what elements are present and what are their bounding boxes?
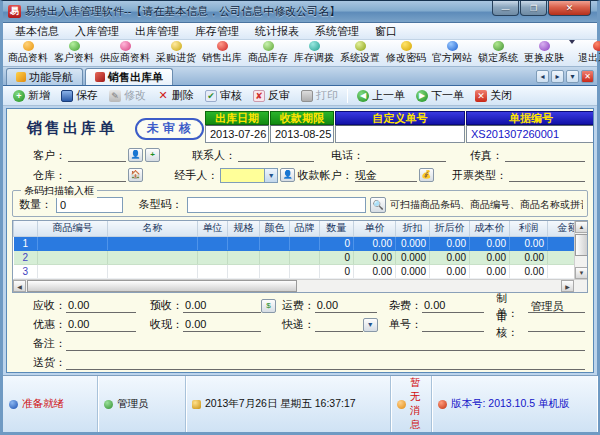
toolbar-change-password[interactable]: 修改密码 [383,40,429,66]
tab-scroll-right-icon[interactable] [551,70,564,83]
due-date-input[interactable]: 2013-08-25 [270,125,334,143]
customer-lookup-icon[interactable]: 👤 [128,148,143,162]
handler-select[interactable] [220,168,278,183]
audit-button[interactable]: 审核 [200,87,247,104]
invoice-type-input[interactable] [509,168,585,182]
delivery-input[interactable] [66,356,585,370]
warehouse-lookup-icon[interactable]: 🏠 [128,168,143,182]
out-date-input[interactable]: 2013-07-26 [205,125,269,143]
freight-field: 运费： 0.00 [282,298,389,313]
table-row[interactable]: 1 0 0.00 0.000 0.00 0.00 0.00 [14,236,588,250]
vertical-scrollbar[interactable] [574,221,587,279]
toolbar-official-site[interactable]: 官方网站 [429,40,475,66]
toolbar-change-skin[interactable]: 更换皮肤 [521,40,567,66]
tab-scroll-left-icon[interactable] [536,70,549,83]
menu-system[interactable]: 系统管理 [307,23,367,40]
menu-basic-info[interactable]: 基本信息 [7,23,67,40]
account-input[interactable]: 现金 [355,168,417,182]
toolbar-supplier-data[interactable]: 供应商资料 [97,40,153,66]
receivable-field: 应收： 0.00 [33,298,150,313]
tab-list-icon[interactable] [566,70,579,83]
toolbar-exit-system[interactable]: 退出系统 [575,40,600,66]
lock-icon [493,41,504,51]
phone-input[interactable] [366,148,446,162]
toolbar-customer-data[interactable]: 客户资料 [51,40,97,66]
customer-icon [69,41,80,51]
custom-no-input[interactable] [335,125,465,143]
delete-button[interactable]: 删除 [152,87,199,104]
edit-button[interactable]: 修改 [104,87,151,104]
menu-outbound[interactable]: 出库管理 [127,23,187,40]
tab-close-icon[interactable] [581,70,594,83]
scroll-left-icon[interactable] [13,280,26,292]
status-version: 版本号: 2013.10.5 单机版 [432,376,597,432]
calendar-icon [192,400,201,409]
fax-input[interactable] [505,148,585,162]
next-arrow-icon [416,90,428,102]
warehouse-input[interactable] [68,168,126,182]
close-order-button[interactable]: 关闭 [470,87,517,104]
prepaid-money-icon[interactable]: $ [261,299,276,313]
unaudit-button[interactable]: 反审 [248,87,295,104]
new-button[interactable]: 新增 [8,87,55,104]
minimize-button[interactable] [492,1,519,16]
tab-function-nav[interactable]: 功能导航 [6,68,83,85]
handler-lookup-icon[interactable]: 👤 [280,168,295,182]
toolbar-stock-transfer[interactable]: 库存调拨 [291,40,337,66]
express-no-field: 单号： [389,317,496,332]
menu-reports[interactable]: 统计报表 [247,23,307,40]
table-row[interactable]: 3 0 0.00 0.000 0.00 0.00 0.00 [14,264,588,278]
misc-fee-input[interactable]: 0.00 [422,299,484,313]
print-button[interactable]: 打印 [296,87,343,104]
ready-icon [9,400,18,409]
search-icon[interactable] [370,197,386,213]
doc-no-input[interactable]: XS201307260001 [466,125,594,143]
items-table: 商品编号 名称 单位 规格 颜色 品牌 数量 单价 折扣 折后价 成本价 利润 … [13,221,587,279]
close-icon [475,90,487,102]
account-lookup-icon[interactable]: 💰 [419,168,434,182]
toolbar-product-stock[interactable]: 商品库存 [245,40,291,66]
toolbar-purchase-in[interactable]: 采购进货 [153,40,199,66]
transfer-icon [309,41,320,51]
unaudited-stamp: 未审核 [135,118,204,140]
menu-inbound[interactable]: 入库管理 [67,23,127,40]
express-dropdown-icon[interactable]: ▼ [363,318,378,332]
express-no-input[interactable] [422,318,484,332]
contact-input[interactable] [238,148,314,162]
toolbar-product-data[interactable]: 商品资料 [5,40,51,66]
scroll-down-icon[interactable] [575,267,587,279]
scroll-right-icon[interactable] [561,280,574,292]
tab-sales-order[interactable]: 销售出库单 [85,68,173,85]
receivable-input[interactable]: 0.00 [66,299,136,313]
barcode-qty-input[interactable]: 0 [56,197,123,213]
unaudit-icon [253,90,265,102]
table-row[interactable]: 2 0 0.00 0.000 0.00 0.00 0.00 [14,250,588,264]
vscroll-thumb[interactable] [575,234,587,256]
prev-order-button[interactable]: 上一单 [352,87,410,104]
menu-stock[interactable]: 库存管理 [187,23,247,40]
express-input[interactable] [315,318,363,332]
chevron-down-icon[interactable] [264,169,277,182]
menu-window[interactable]: 窗口 [367,23,405,40]
save-button[interactable]: 保存 [56,87,103,104]
scroll-up-icon[interactable] [575,221,587,233]
sales-order-form: 销售出库单 未审核 出库日期 2013-07-26 收款期限 2013-08-2… [6,108,594,373]
discount-input[interactable]: 0.00 [66,318,136,332]
prepaid-input[interactable]: 0.00 [183,299,261,313]
cash-received-input[interactable]: 0.00 [183,318,261,332]
maximize-button[interactable] [520,1,547,16]
toolbar-sales-out[interactable]: 销售出库 [199,40,245,66]
horizontal-scrollbar[interactable] [13,279,587,292]
barcode-input[interactable] [187,197,367,213]
remark-input[interactable] [66,337,585,351]
close-button[interactable] [548,1,591,16]
toolbar-settings[interactable]: 系统设置 [337,40,383,66]
next-order-button[interactable]: 下一单 [411,87,469,104]
skin-icon [539,41,550,51]
customer-input[interactable] [68,148,126,162]
freight-input[interactable]: 0.00 [315,299,377,313]
hscroll-thumb[interactable] [27,280,297,292]
app-window: 易 易特出入库管理软件--【请在基本信息，公司信息中修改公司名】 基本信息 入库… [0,0,600,435]
add-customer-icon[interactable]: + [145,148,160,162]
toolbar-lock-system[interactable]: 锁定系统 [475,40,521,66]
